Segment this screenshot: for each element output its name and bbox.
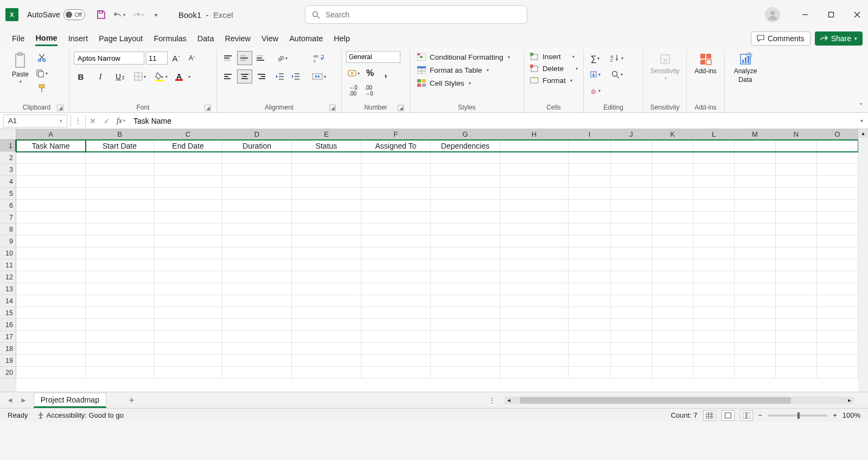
cell-D9[interactable] <box>222 235 292 247</box>
cell-K6[interactable] <box>652 200 693 212</box>
cell-I9[interactable] <box>569 235 611 247</box>
cell-O4[interactable] <box>817 176 858 188</box>
cell-B20[interactable] <box>86 367 154 379</box>
decrease-font-button[interactable]: A˅ <box>185 51 199 65</box>
cell-A12[interactable] <box>16 271 86 283</box>
cancel-formula-button[interactable]: ✕ <box>86 117 100 125</box>
cell-E19[interactable] <box>292 355 361 367</box>
cell-styles-button[interactable]: Cell Styles▾ <box>414 77 473 89</box>
cell-J3[interactable] <box>611 164 652 176</box>
cell-B1[interactable]: Start Date <box>86 140 154 152</box>
number-format-select[interactable] <box>346 51 400 63</box>
cell-G1[interactable]: Dependencies <box>431 140 500 152</box>
cell-N20[interactable] <box>776 367 817 379</box>
paste-button[interactable]: Paste ▾ <box>9 51 32 85</box>
cell-H19[interactable] <box>500 355 569 367</box>
cell-M18[interactable] <box>735 343 776 355</box>
cell-L13[interactable] <box>693 283 735 295</box>
cell-N10[interactable] <box>776 247 817 259</box>
cell-L4[interactable] <box>693 176 735 188</box>
spreadsheet-grid[interactable]: ABCDEFGHIJKLMNO 123456789101112131415161… <box>0 129 868 392</box>
row-header-8[interactable]: 8 <box>0 223 16 235</box>
cell-C10[interactable] <box>154 247 222 259</box>
cell-J17[interactable] <box>611 331 652 343</box>
cell-B18[interactable] <box>86 343 154 355</box>
cell-C3[interactable] <box>154 164 222 176</box>
clear-button[interactable]: ▾ <box>588 84 602 98</box>
conditional-formatting-button[interactable]: Conditional Formatting▾ <box>414 51 512 63</box>
cell-E18[interactable] <box>292 343 361 355</box>
cell-F12[interactable] <box>361 271 431 283</box>
row-header-3[interactable]: 3 <box>0 164 16 176</box>
cell-N4[interactable] <box>776 176 817 188</box>
cell-G8[interactable] <box>431 223 500 235</box>
cell-M11[interactable] <box>735 259 776 271</box>
cell-E9[interactable] <box>292 235 361 247</box>
borders-button[interactable]: ▾ <box>132 69 148 84</box>
percent-button[interactable]: % <box>363 66 377 80</box>
cell-J7[interactable] <box>611 212 652 223</box>
cell-C18[interactable] <box>154 343 222 355</box>
cell-F8[interactable] <box>361 223 431 235</box>
cell-A15[interactable] <box>16 307 86 319</box>
sheet-prev-button[interactable]: ◄ <box>7 396 14 404</box>
cell-O19[interactable] <box>817 355 858 367</box>
cell-G3[interactable] <box>431 164 500 176</box>
cell-E14[interactable] <box>292 295 361 307</box>
number-launcher[interactable]: ◢ <box>398 105 404 111</box>
cell-M10[interactable] <box>735 247 776 259</box>
cell-N16[interactable] <box>776 319 817 331</box>
cell-M17[interactable] <box>735 331 776 343</box>
accessibility-status[interactable]: Accessibility: Good to go <box>37 411 124 419</box>
cell-B19[interactable] <box>86 355 154 367</box>
cells-area[interactable]: Task NameStart DateEnd DateDurationStatu… <box>16 140 858 392</box>
collapse-ribbon-button[interactable]: ˅ <box>859 103 863 110</box>
cell-M13[interactable] <box>735 283 776 295</box>
cell-N11[interactable] <box>776 259 817 271</box>
cell-C2[interactable] <box>154 152 222 164</box>
cell-F20[interactable] <box>361 367 431 379</box>
cell-L2[interactable] <box>693 152 735 164</box>
cell-I1[interactable] <box>569 140 611 152</box>
cell-D10[interactable] <box>222 247 292 259</box>
cell-G17[interactable] <box>431 331 500 343</box>
font-color-button[interactable]: A▾ <box>175 69 192 84</box>
cell-N6[interactable] <box>776 200 817 212</box>
cell-B13[interactable] <box>86 283 154 295</box>
cell-D15[interactable] <box>222 307 292 319</box>
cell-D5[interactable] <box>222 188 292 200</box>
font-name-select[interactable] <box>74 52 144 65</box>
cell-C7[interactable] <box>154 212 222 223</box>
cell-F6[interactable] <box>361 200 431 212</box>
cell-F17[interactable] <box>361 331 431 343</box>
row-header-14[interactable]: 14 <box>0 295 16 307</box>
cell-H18[interactable] <box>500 343 569 355</box>
zoom-slider[interactable] <box>768 414 827 417</box>
cell-B14[interactable] <box>86 295 154 307</box>
cell-O20[interactable] <box>817 367 858 379</box>
tab-home[interactable]: Home <box>35 31 57 46</box>
cell-L1[interactable] <box>693 140 735 152</box>
cell-K19[interactable] <box>652 355 693 367</box>
cell-C8[interactable] <box>154 223 222 235</box>
cell-M15[interactable] <box>735 307 776 319</box>
row-header-18[interactable]: 18 <box>0 343 16 355</box>
select-all-corner[interactable] <box>0 129 16 140</box>
cell-F16[interactable] <box>361 319 431 331</box>
normal-view-button[interactable] <box>703 410 716 421</box>
cell-H15[interactable] <box>500 307 569 319</box>
cell-F7[interactable] <box>361 212 431 223</box>
cell-L6[interactable] <box>693 200 735 212</box>
cell-B7[interactable] <box>86 212 154 223</box>
cell-G10[interactable] <box>431 247 500 259</box>
tab-automate[interactable]: Automate <box>289 32 323 45</box>
cell-L16[interactable] <box>693 319 735 331</box>
cell-N7[interactable] <box>776 212 817 223</box>
cell-K2[interactable] <box>652 152 693 164</box>
font-launcher[interactable]: ◢ <box>205 105 211 111</box>
cell-J10[interactable] <box>611 247 652 259</box>
cell-E10[interactable] <box>292 247 361 259</box>
addins-button[interactable]: Add-ins <box>691 51 720 76</box>
italic-button[interactable]: I <box>93 69 107 84</box>
cell-K8[interactable] <box>652 223 693 235</box>
